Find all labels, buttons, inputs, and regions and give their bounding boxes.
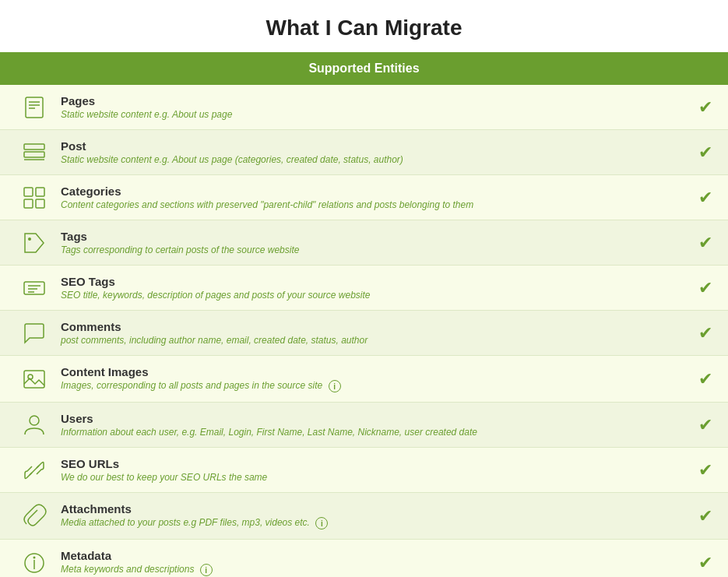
svg-rect-7: [24, 188, 33, 196]
entity-row-metadata: Metadata Meta keywords and descriptions …: [0, 540, 728, 577]
check-icon-metadata: ✔: [681, 553, 712, 573]
check-icon-comments: ✔: [681, 323, 712, 343]
entity-row-post: Post Static website content e.g. About u…: [0, 130, 728, 175]
entity-name-users: Users: [61, 412, 673, 425]
entity-icon-categories: [16, 185, 53, 210]
check-icon-users: ✔: [681, 415, 712, 435]
entities-list: Pages Static website content e.g. About …: [0, 85, 728, 577]
info-badge-metadata[interactable]: i: [200, 564, 213, 576]
svg-rect-9: [24, 199, 33, 208]
entity-icon-tags: [16, 230, 53, 255]
entity-icon-attachments: [16, 504, 53, 529]
entity-row-categories: Categories Content categories and sectio…: [0, 175, 728, 220]
section-header: Supported Entities: [0, 52, 728, 85]
entity-row-seo-urls: SEO URLs We do our best to keep your SEO…: [0, 448, 728, 493]
svg-point-18: [30, 416, 39, 425]
check-icon-attachments: ✔: [681, 506, 712, 526]
entity-icon-pages: [16, 95, 53, 120]
entity-text-attachments: Attachments Media attached to your posts…: [53, 502, 681, 530]
entity-desc-post: Static website content e.g. About us pag…: [61, 154, 673, 165]
entity-icon-seo-tags: [16, 276, 53, 301]
check-icon-post: ✔: [681, 142, 712, 163]
svg-rect-5: [24, 152, 44, 157]
entity-row-tags: Tags Tags corresponding to certain posts…: [0, 220, 728, 266]
check-icon-tags: ✔: [681, 233, 712, 253]
entity-name-attachments: Attachments: [61, 502, 673, 515]
check-icon-seo-urls: ✔: [681, 460, 712, 480]
entity-desc-users: Information about each user, e.g. Email,…: [61, 427, 673, 438]
entity-icon-content-images: [16, 367, 53, 392]
entity-name-seo-tags: SEO Tags: [61, 275, 673, 288]
entity-text-content-images: Content Images Images, corresponding to …: [53, 365, 681, 392]
entity-desc-pages: Static website content e.g. About us pag…: [61, 109, 673, 120]
entity-desc-tags: Tags corresponding to certain posts of t…: [61, 245, 673, 255]
entity-desc-seo-urls: We do our best to keep your SEO URLs the…: [61, 472, 673, 483]
entity-icon-post: [16, 140, 53, 165]
entity-name-post: Post: [61, 139, 673, 153]
svg-rect-0: [26, 97, 43, 118]
entity-text-tags: Tags Tags corresponding to certain posts…: [53, 230, 681, 255]
svg-rect-4: [24, 144, 44, 150]
page-title: What I Can Migrate: [0, 0, 728, 52]
entity-desc-seo-tags: SEO title, keywords, description of page…: [61, 290, 673, 301]
entity-row-comments: Comments post comments, including author…: [0, 311, 728, 356]
svg-rect-8: [36, 188, 44, 196]
entity-name-categories: Categories: [61, 185, 673, 198]
entity-name-content-images: Content Images: [61, 365, 673, 378]
entity-text-seo-urls: SEO URLs We do our best to keep your SEO…: [53, 457, 681, 483]
info-badge-content-images[interactable]: i: [329, 380, 341, 392]
check-icon-pages: ✔: [681, 97, 712, 118]
entity-desc-metadata: Meta keywords and descriptions i: [61, 564, 673, 576]
info-badge-attachments[interactable]: i: [315, 517, 328, 530]
svg-point-23: [33, 556, 36, 558]
entity-name-comments: Comments: [61, 320, 673, 333]
svg-rect-10: [36, 199, 44, 208]
entity-name-tags: Tags: [61, 230, 673, 243]
entity-icon-users: [16, 413, 53, 438]
entity-row-content-images: Content Images Images, corresponding to …: [0, 356, 728, 403]
entity-name-pages: Pages: [61, 94, 673, 107]
entity-text-comments: Comments post comments, including author…: [53, 320, 681, 346]
entity-text-post: Post Static website content e.g. About u…: [53, 139, 681, 165]
entity-row-users: Users Information about each user, e.g. …: [0, 403, 728, 448]
entity-desc-attachments: Media attached to your posts e.g PDF fil…: [61, 517, 673, 530]
entity-name-seo-urls: SEO URLs: [61, 457, 673, 470]
entity-icon-comments: [16, 321, 53, 346]
entity-name-metadata: Metadata: [61, 549, 673, 562]
entity-text-users: Users Information about each user, e.g. …: [53, 412, 681, 438]
check-icon-seo-tags: ✔: [681, 278, 712, 298]
check-icon-content-images: ✔: [681, 369, 712, 389]
entity-desc-categories: Content categories and sections with pre…: [61, 199, 673, 210]
entity-desc-comments: post comments, including author name, em…: [61, 335, 673, 346]
svg-point-11: [28, 237, 31, 241]
entity-row-seo-tags: SEO Tags SEO title, keywords, descriptio…: [0, 266, 728, 311]
check-icon-categories: ✔: [681, 188, 712, 208]
entity-text-seo-tags: SEO Tags SEO title, keywords, descriptio…: [53, 275, 681, 301]
entity-text-metadata: Metadata Meta keywords and descriptions …: [53, 549, 681, 576]
entity-desc-content-images: Images, corresponding to all posts and p…: [61, 380, 673, 392]
entity-icon-seo-urls: [16, 458, 53, 483]
entity-icon-metadata: [16, 551, 53, 575]
entity-row-pages: Pages Static website content e.g. About …: [0, 85, 728, 130]
entity-row-attachments: Attachments Media attached to your posts…: [0, 493, 728, 540]
svg-rect-16: [24, 371, 44, 388]
entity-text-pages: Pages Static website content e.g. About …: [53, 94, 681, 120]
entity-text-categories: Categories Content categories and sectio…: [53, 185, 681, 210]
